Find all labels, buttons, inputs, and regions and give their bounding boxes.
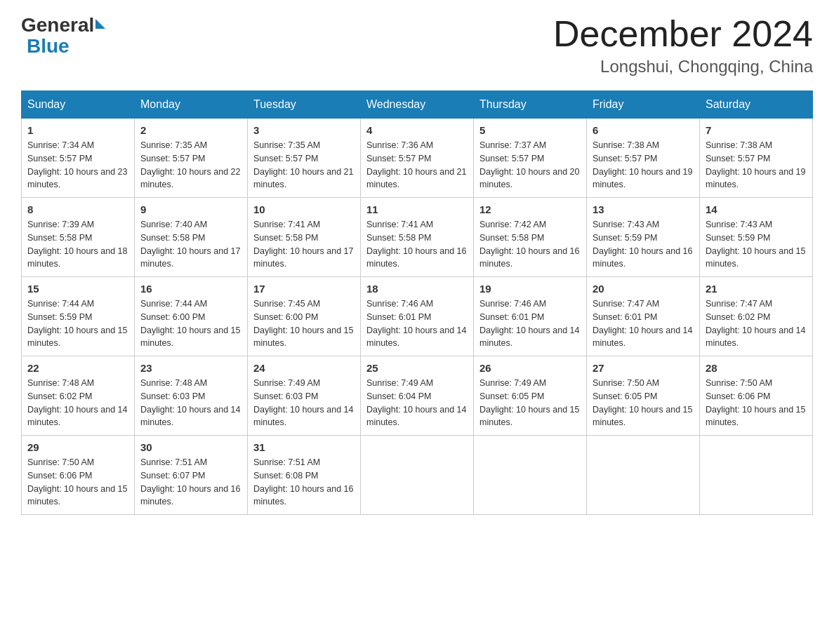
calendar-cell: 1Sunrise: 7:34 AMSunset: 5:57 PMDaylight… [22, 119, 135, 198]
calendar-cell: 4Sunrise: 7:36 AMSunset: 5:57 PMDaylight… [361, 119, 474, 198]
day-info: Sunrise: 7:48 AMSunset: 6:03 PMDaylight:… [140, 377, 241, 429]
calendar-cell: 25Sunrise: 7:49 AMSunset: 6:04 PMDayligh… [361, 356, 474, 436]
calendar-cell: 10Sunrise: 7:41 AMSunset: 5:58 PMDayligh… [248, 198, 361, 277]
day-number: 17 [253, 283, 355, 295]
calendar-cell: 24Sunrise: 7:49 AMSunset: 6:03 PMDayligh… [248, 356, 361, 436]
day-info: Sunrise: 7:43 AMSunset: 5:59 PMDaylight:… [706, 218, 807, 271]
calendar-cell: 2Sunrise: 7:35 AMSunset: 5:57 PMDaylight… [135, 119, 248, 198]
day-info: Sunrise: 7:45 AMSunset: 6:00 PMDaylight:… [253, 297, 355, 350]
day-number: 24 [253, 362, 355, 374]
day-info: Sunrise: 7:51 AMSunset: 6:08 PMDaylight:… [253, 456, 355, 509]
calendar-cell: 31Sunrise: 7:51 AMSunset: 6:08 PMDayligh… [248, 436, 361, 515]
calendar-cell: 15Sunrise: 7:44 AMSunset: 5:59 PMDayligh… [22, 277, 135, 356]
day-info: Sunrise: 7:36 AMSunset: 5:57 PMDaylight:… [366, 139, 468, 192]
calendar-cell: 9Sunrise: 7:40 AMSunset: 5:58 PMDaylight… [135, 198, 248, 277]
calendar-cell: 26Sunrise: 7:49 AMSunset: 6:05 PMDayligh… [474, 356, 587, 436]
day-info: Sunrise: 7:51 AMSunset: 6:07 PMDaylight:… [140, 456, 241, 509]
day-info: Sunrise: 7:49 AMSunset: 6:05 PMDaylight:… [479, 377, 581, 429]
calendar-cell: 22Sunrise: 7:48 AMSunset: 6:02 PMDayligh… [22, 356, 135, 436]
day-number: 1 [27, 124, 128, 136]
day-info: Sunrise: 7:49 AMSunset: 6:03 PMDaylight:… [253, 377, 355, 429]
calendar-week-row-2: 15Sunrise: 7:44 AMSunset: 5:59 PMDayligh… [22, 277, 813, 356]
day-number: 22 [27, 362, 128, 374]
month-title: December 2024 [553, 14, 813, 54]
calendar-cell: 28Sunrise: 7:50 AMSunset: 6:06 PMDayligh… [700, 356, 813, 436]
column-header-tuesday: Tuesday [248, 91, 361, 119]
day-info: Sunrise: 7:49 AMSunset: 6:04 PMDaylight:… [366, 377, 468, 429]
day-number: 25 [366, 362, 468, 374]
calendar-cell: 3Sunrise: 7:35 AMSunset: 5:57 PMDaylight… [248, 119, 361, 198]
calendar-cell: 5Sunrise: 7:37 AMSunset: 5:57 PMDaylight… [474, 119, 587, 198]
day-number: 5 [479, 124, 581, 136]
day-info: Sunrise: 7:40 AMSunset: 5:58 PMDaylight:… [140, 218, 241, 271]
calendar-cell: 19Sunrise: 7:46 AMSunset: 6:01 PMDayligh… [474, 277, 587, 356]
day-info: Sunrise: 7:46 AMSunset: 6:01 PMDaylight:… [366, 297, 468, 350]
calendar-cell: 21Sunrise: 7:47 AMSunset: 6:02 PMDayligh… [700, 277, 813, 356]
day-number: 7 [706, 124, 807, 136]
calendar-cell: 29Sunrise: 7:50 AMSunset: 6:06 PMDayligh… [22, 436, 135, 515]
day-number: 14 [706, 203, 807, 215]
logo-general-text: General [21, 14, 94, 36]
calendar-header-row: SundayMondayTuesdayWednesdayThursdayFrid… [22, 91, 813, 119]
column-header-wednesday: Wednesday [361, 91, 474, 119]
calendar-week-row-3: 22Sunrise: 7:48 AMSunset: 6:02 PMDayligh… [22, 356, 813, 436]
day-number: 11 [366, 203, 468, 215]
day-number: 31 [253, 441, 355, 453]
calendar-week-row-1: 8Sunrise: 7:39 AMSunset: 5:58 PMDaylight… [22, 198, 813, 277]
calendar-cell: 23Sunrise: 7:48 AMSunset: 6:03 PMDayligh… [135, 356, 248, 436]
day-number: 8 [27, 203, 128, 215]
day-info: Sunrise: 7:48 AMSunset: 6:02 PMDaylight:… [27, 377, 128, 429]
day-number: 12 [479, 203, 581, 215]
day-info: Sunrise: 7:34 AMSunset: 5:57 PMDaylight:… [27, 139, 128, 192]
logo-blue-text: Blue [27, 35, 70, 58]
day-info: Sunrise: 7:41 AMSunset: 5:58 PMDaylight:… [253, 218, 355, 271]
day-info: Sunrise: 7:39 AMSunset: 5:58 PMDaylight:… [27, 218, 128, 271]
day-info: Sunrise: 7:50 AMSunset: 6:06 PMDaylight:… [706, 377, 807, 429]
calendar-cell: 7Sunrise: 7:38 AMSunset: 5:57 PMDaylight… [700, 119, 813, 198]
day-number: 29 [27, 441, 128, 453]
day-number: 19 [479, 283, 581, 295]
column-header-friday: Friday [587, 91, 700, 119]
header: General Blue December 2024 Longshui, Cho… [21, 14, 813, 76]
day-number: 26 [479, 362, 581, 374]
calendar-cell: 14Sunrise: 7:43 AMSunset: 5:59 PMDayligh… [700, 198, 813, 277]
day-info: Sunrise: 7:41 AMSunset: 5:58 PMDaylight:… [366, 218, 468, 271]
day-number: 13 [593, 203, 694, 215]
day-number: 10 [253, 203, 355, 215]
day-number: 21 [706, 283, 807, 295]
day-info: Sunrise: 7:46 AMSunset: 6:01 PMDaylight:… [479, 297, 581, 350]
day-number: 18 [366, 283, 468, 295]
calendar-cell: 6Sunrise: 7:38 AMSunset: 5:57 PMDaylight… [587, 119, 700, 198]
day-info: Sunrise: 7:35 AMSunset: 5:57 PMDaylight:… [140, 139, 241, 192]
day-info: Sunrise: 7:37 AMSunset: 5:57 PMDaylight:… [479, 139, 581, 192]
calendar-cell: 8Sunrise: 7:39 AMSunset: 5:58 PMDaylight… [22, 198, 135, 277]
day-info: Sunrise: 7:50 AMSunset: 6:05 PMDaylight:… [593, 377, 694, 429]
calendar-week-row-4: 29Sunrise: 7:50 AMSunset: 6:06 PMDayligh… [22, 436, 813, 515]
day-number: 23 [140, 362, 241, 374]
column-header-saturday: Saturday [700, 91, 813, 119]
calendar-cell: 16Sunrise: 7:44 AMSunset: 6:00 PMDayligh… [135, 277, 248, 356]
column-header-monday: Monday [135, 91, 248, 119]
calendar-cell [587, 436, 700, 515]
day-info: Sunrise: 7:42 AMSunset: 5:58 PMDaylight:… [479, 218, 581, 271]
calendar-cell: 12Sunrise: 7:42 AMSunset: 5:58 PMDayligh… [474, 198, 587, 277]
day-number: 28 [706, 362, 807, 374]
location-subtitle: Longshui, Chongqing, China [553, 57, 813, 76]
calendar-cell: 13Sunrise: 7:43 AMSunset: 5:59 PMDayligh… [587, 198, 700, 277]
calendar-cell: 17Sunrise: 7:45 AMSunset: 6:00 PMDayligh… [248, 277, 361, 356]
day-info: Sunrise: 7:35 AMSunset: 5:57 PMDaylight:… [253, 139, 355, 192]
calendar-cell: 20Sunrise: 7:47 AMSunset: 6:01 PMDayligh… [587, 277, 700, 356]
calendar-table: SundayMondayTuesdayWednesdayThursdayFrid… [21, 90, 813, 515]
day-number: 4 [366, 124, 468, 136]
day-number: 20 [593, 283, 694, 295]
day-number: 6 [593, 124, 694, 136]
calendar-cell: 27Sunrise: 7:50 AMSunset: 6:05 PMDayligh… [587, 356, 700, 436]
day-number: 27 [593, 362, 694, 374]
calendar-cell: 30Sunrise: 7:51 AMSunset: 6:07 PMDayligh… [135, 436, 248, 515]
day-info: Sunrise: 7:50 AMSunset: 6:06 PMDaylight:… [27, 456, 128, 509]
title-area: December 2024 Longshui, Chongqing, China [553, 14, 813, 76]
column-header-sunday: Sunday [22, 91, 135, 119]
calendar-cell: 18Sunrise: 7:46 AMSunset: 6:01 PMDayligh… [361, 277, 474, 356]
day-number: 16 [140, 283, 241, 295]
calendar-cell [700, 436, 813, 515]
